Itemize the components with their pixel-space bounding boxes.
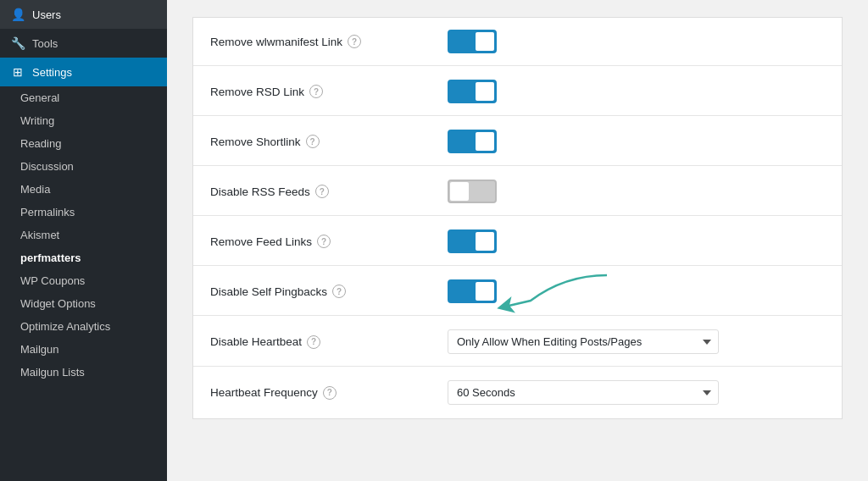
sidebar-label-settings: Settings (32, 66, 72, 79)
users-icon: 👤 (10, 7, 25, 22)
settings-row-remove-rsd: Remove RSD Link? (193, 68, 842, 116)
sidebar-label-tools: Tools (32, 37, 58, 50)
toggle-remove-wlwmanifest[interactable] (448, 30, 497, 53)
sidebar-item-discussion[interactable]: Discussion (0, 155, 167, 178)
help-icon-remove-feed-links[interactable]: ? (317, 235, 331, 248)
settings-icon: ⊞ (10, 64, 25, 80)
sidebar-item-optimize-analytics[interactable]: Optimize Analytics (0, 315, 167, 338)
sidebar: 👤 Users 🔧 Tools ⊞ Settings GeneralWritin… (0, 0, 167, 481)
row-label-heartbeat-frequency: Heartbeat Frequency? (210, 386, 448, 400)
settings-row-remove-feed-links: Remove Feed Links? (193, 218, 842, 266)
row-control-disable-self-pingbacks (448, 279, 497, 303)
toggle-disable-self-pingbacks[interactable] (448, 279, 497, 303)
row-control-disable-heartbeat: Disable CompletelyOnly Allow When Editin… (448, 329, 719, 354)
sidebar-item-wp-coupons[interactable]: WP Coupons (0, 269, 167, 292)
row-label-disable-rss: Disable RSS Feeds? (210, 185, 448, 198)
sidebar-item-permalinks[interactable]: Permalinks (0, 201, 167, 224)
row-label-remove-feed-links: Remove Feed Links? (210, 235, 448, 248)
settings-row-disable-heartbeat: Disable Heartbeat?Disable CompletelyOnly… (193, 318, 842, 367)
help-icon-remove-wlwmanifest[interactable]: ? (348, 35, 361, 48)
help-icon-disable-rss[interactable]: ? (315, 185, 329, 198)
annotation-arrow (497, 271, 607, 313)
sidebar-item-tools[interactable]: 🔧 Tools (0, 29, 167, 58)
row-control-remove-feed-links (448, 229, 497, 253)
sidebar-item-akismet[interactable]: Akismet (0, 224, 167, 246)
settings-row-heartbeat-frequency: Heartbeat Frequency?15 Seconds30 Seconds… (193, 368, 842, 417)
sidebar-item-reading[interactable]: Reading (0, 132, 167, 155)
row-control-remove-wlwmanifest (448, 30, 497, 53)
help-icon-remove-shortlink[interactable]: ? (306, 135, 320, 148)
toggle-remove-rsd[interactable] (448, 80, 497, 103)
sidebar-item-media[interactable]: Media (0, 178, 167, 201)
sidebar-item-general[interactable]: General (0, 86, 167, 109)
select-disable-heartbeat[interactable]: Disable CompletelyOnly Allow When Editin… (448, 329, 719, 354)
toggle-remove-feed-links[interactable] (448, 229, 497, 253)
sidebar-item-mailgun-lists[interactable]: Mailgun Lists (0, 361, 167, 384)
settings-row-remove-wlwmanifest: Remove wlwmanifest Link? (193, 18, 842, 66)
main-content: Remove wlwmanifest Link?Remove RSD Link?… (167, 0, 868, 481)
toggle-disable-rss[interactable] (448, 180, 497, 203)
row-control-disable-rss (448, 180, 497, 203)
row-label-remove-wlwmanifest: Remove wlwmanifest Link? (210, 35, 448, 48)
row-control-remove-shortlink (448, 130, 497, 153)
help-icon-disable-self-pingbacks[interactable]: ? (332, 285, 346, 298)
sidebar-item-perfmatters[interactable]: perfmatters (0, 246, 167, 269)
row-control-remove-rsd (448, 80, 497, 103)
row-label-disable-self-pingbacks: Disable Self Pingbacks? (210, 285, 448, 298)
settings-row-disable-self-pingbacks: Disable Self Pingbacks? (193, 268, 842, 316)
toggle-remove-shortlink[interactable] (448, 130, 497, 153)
sidebar-item-mailgun[interactable]: Mailgun (0, 338, 167, 361)
help-icon-heartbeat-frequency[interactable]: ? (323, 386, 337, 400)
sidebar-submenu: GeneralWritingReadingDiscussionMediaPerm… (0, 86, 167, 384)
help-icon-remove-rsd[interactable]: ? (309, 85, 323, 98)
sidebar-item-writing[interactable]: Writing (0, 109, 167, 132)
sidebar-item-widget-options[interactable]: Widget Options (0, 292, 167, 315)
tools-icon: 🔧 (10, 36, 25, 51)
select-heartbeat-frequency[interactable]: 15 Seconds30 Seconds45 Seconds60 Seconds… (448, 380, 719, 405)
row-label-disable-heartbeat: Disable Heartbeat? (210, 335, 448, 349)
sidebar-item-settings[interactable]: ⊞ Settings (0, 58, 167, 86)
settings-row-remove-shortlink: Remove Shortlink? (193, 118, 842, 166)
settings-container: Remove wlwmanifest Link?Remove RSD Link?… (192, 17, 843, 419)
sidebar-label-users: Users (32, 8, 61, 21)
row-label-remove-shortlink: Remove Shortlink? (210, 135, 448, 148)
settings-row-disable-rss: Disable RSS Feeds? (193, 168, 842, 216)
help-icon-disable-heartbeat[interactable]: ? (307, 335, 320, 349)
sidebar-item-users[interactable]: 👤 Users (0, 0, 167, 29)
row-label-remove-rsd: Remove RSD Link? (210, 85, 448, 98)
row-control-heartbeat-frequency: 15 Seconds30 Seconds45 Seconds60 Seconds… (448, 380, 719, 405)
